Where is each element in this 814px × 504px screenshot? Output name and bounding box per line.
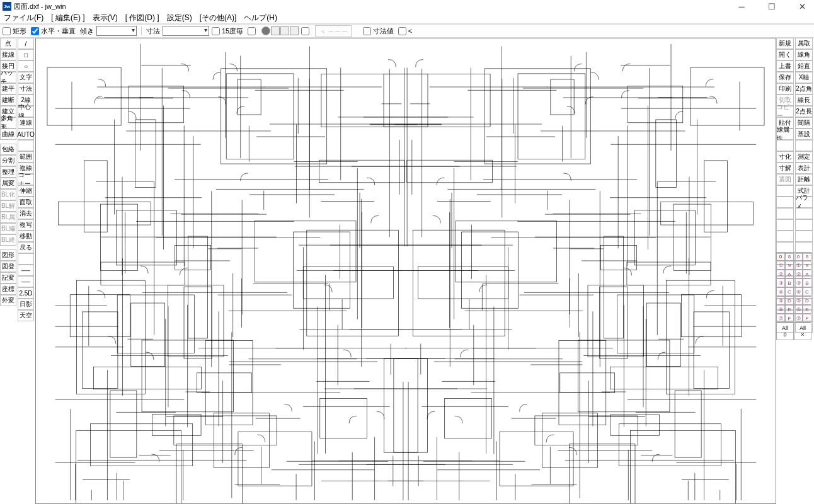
layer-cell-6-3[interactable]: E — [803, 305, 811, 314]
left2-btn-14[interactable]: 面取 — [18, 197, 34, 208]
layer-cell-4-1[interactable]: C — [785, 287, 794, 296]
layer-cell-1-2[interactable]: ① — [794, 261, 803, 270]
right2-btn-1[interactable]: 線角 — [795, 49, 813, 60]
left2-btn-4[interactable]: 寸法 — [18, 83, 34, 94]
right1-btn-12[interactable]: 選図 — [776, 174, 794, 185]
left1-btn-22[interactable]: 記変 — [0, 272, 16, 284]
menu-file[interactable]: ファイル(F) — [4, 13, 43, 23]
layer-cell-1-1[interactable]: 9 — [785, 261, 794, 270]
layer-cell-2-3[interactable]: A — [803, 270, 811, 278]
layer-cell-7-1[interactable]: F — [785, 314, 794, 323]
left1-btn-3[interactable]: ハッチ — [0, 72, 16, 83]
right2-btn-6[interactable]: 2点長 — [795, 106, 813, 117]
menu-help[interactable]: ヘルプ(H) — [244, 13, 277, 23]
right1-btn-8[interactable]: 線属性 — [776, 129, 794, 140]
left2-btn-6[interactable]: 中心線 — [18, 106, 34, 117]
layer-cell-1-0[interactable]: ① — [776, 261, 785, 270]
left2-btn-2[interactable]: ○ — [18, 60, 34, 72]
layer-cell-6-0[interactable]: ⑥ — [776, 305, 785, 314]
layer-cell-5-0[interactable]: ⑤ — [776, 296, 785, 305]
right1-btn-0[interactable]: 新規 — [776, 38, 794, 49]
left1-btn-8[interactable]: 曲線 — [0, 129, 16, 140]
layer-cell-3-2[interactable]: ③ — [794, 278, 803, 287]
left2-btn-20[interactable]: ── — [18, 265, 34, 276]
left1-btn-12[interactable]: 整理 — [0, 166, 16, 178]
close-button[interactable]: ✕ — [793, 1, 811, 12]
layer-all-x[interactable]: All× — [794, 323, 811, 340]
drawing-canvas[interactable] — [35, 38, 776, 504]
menu-settings[interactable]: 設定(S) — [167, 13, 192, 23]
left2-btn-23[interactable]: 日影 — [18, 299, 34, 310]
layer-cell-0-1[interactable]: 8 — [785, 252, 794, 261]
arrow-strip[interactable]: ＜ ─ ─ ─ — [315, 25, 352, 37]
left2-btn-13[interactable]: 伸縮 — [18, 185, 34, 197]
layer-cell-4-0[interactable]: ④ — [776, 287, 785, 296]
left1-btn-0[interactable]: 点 — [0, 38, 16, 49]
rect-checkbox[interactable] — [3, 27, 11, 35]
left2-btn-15[interactable]: 消去 — [18, 208, 34, 219]
left1-btn-20[interactable]: 図形 — [0, 249, 16, 261]
layer-cell-6-1[interactable]: E — [785, 305, 794, 314]
right1-btn-3[interactable]: 保存 — [776, 72, 794, 83]
left1-btn-17[interactable]: BL編 — [0, 223, 16, 234]
menu-edit[interactable]: [ 編集(E) ] — [51, 13, 84, 23]
right2-btn-11[interactable]: 表計 — [795, 163, 813, 174]
layer-cell-1-3[interactable]: 9 — [803, 261, 811, 270]
left1-btn-7[interactable]: 多角形 — [0, 117, 16, 129]
left1-btn-1[interactable]: 接線 — [0, 49, 16, 60]
left2-btn-10[interactable]: 範囲 — [18, 151, 34, 163]
left2-btn-22[interactable]: 2.5D — [18, 287, 34, 299]
layer-grid[interactable]: 0808①9①9②A②A③B③B④C④C⑤D⑤D⑥E⑥E⑦F⑦F — [776, 252, 811, 323]
left2-btn-8[interactable]: AUTO — [18, 129, 34, 140]
layer-cell-7-0[interactable]: ⑦ — [776, 314, 785, 323]
layer-cell-2-1[interactable]: A — [785, 270, 794, 278]
menu-draw[interactable]: [ 作図(D) ] — [125, 13, 159, 23]
left2-btn-7[interactable]: 連線 — [18, 117, 34, 129]
left1-btn-16[interactable]: BL属 — [0, 212, 16, 223]
left2-btn-21[interactable]: ── — [18, 276, 34, 287]
left2-btn-16[interactable]: 複写 — [18, 219, 34, 231]
maximize-button[interactable]: ☐ — [762, 1, 781, 12]
dim-combo[interactable] — [163, 26, 209, 36]
left1-btn-21[interactable]: 図登 — [0, 261, 16, 272]
right1-btn-10[interactable]: 寸化 — [776, 151, 794, 163]
right2-btn-10[interactable]: 測定 — [795, 151, 813, 163]
layer-cell-7-3[interactable]: F — [803, 314, 811, 323]
right2-btn-4[interactable]: 2点角 — [795, 83, 813, 94]
layer-cell-3-1[interactable]: B — [785, 278, 794, 287]
left1-btn-5[interactable]: 建断 — [0, 94, 16, 106]
menu-view[interactable]: 表示(V) — [93, 13, 118, 23]
left1-btn-23[interactable]: 座標 — [0, 284, 16, 295]
right2-btn-2[interactable]: 鉛直 — [795, 60, 813, 72]
left2-btn-12[interactable]: コーナー — [18, 174, 34, 185]
right2-btn-8[interactable]: 基設 — [795, 129, 813, 140]
right2-btn-14[interactable]: パラメ — [795, 197, 813, 208]
deg15-checkbox[interactable] — [212, 27, 220, 35]
layer-cell-3-0[interactable]: ③ — [776, 278, 785, 287]
right1-btn-1[interactable]: 開く — [776, 49, 794, 60]
layer-cell-4-3[interactable]: C — [803, 287, 811, 296]
left2-btn-17[interactable]: 移動 — [18, 231, 34, 242]
left1-btn-11[interactable]: 分割 — [0, 155, 16, 166]
menu-other[interactable]: [その他(A)] — [200, 13, 237, 23]
layer-cell-0-3[interactable]: 8 — [803, 252, 811, 261]
lt-checkbox[interactable] — [398, 27, 406, 35]
layer-all[interactable]: All0 — [776, 323, 794, 340]
hv-checkbox[interactable] — [31, 27, 39, 35]
left1-btn-10[interactable]: 包絡 — [0, 144, 16, 155]
left2-btn-1[interactable]: □ — [18, 49, 34, 60]
left1-btn-15[interactable]: BL解 — [0, 200, 16, 212]
left1-btn-4[interactable]: 建平 — [0, 83, 16, 94]
layer-cell-0-0[interactable]: 0 — [776, 252, 785, 261]
layer-cell-2-0[interactable]: ② — [776, 270, 785, 278]
layer-cell-2-2[interactable]: ② — [794, 270, 803, 278]
dash-strip[interactable] — [261, 26, 299, 35]
left1-btn-13[interactable]: 属変 — [0, 178, 16, 189]
layer-cell-0-2[interactable]: 0 — [794, 252, 803, 261]
left1-btn-24[interactable]: 外変 — [0, 295, 16, 306]
right1-btn-4[interactable]: 印刷 — [776, 83, 794, 94]
layer-cell-5-2[interactable]: ⑤ — [794, 296, 803, 305]
minimize-button[interactable]: ─ — [732, 1, 751, 12]
right2-btn-3[interactable]: X軸 — [795, 72, 813, 83]
left1-btn-18[interactable]: BL終 — [0, 234, 16, 246]
